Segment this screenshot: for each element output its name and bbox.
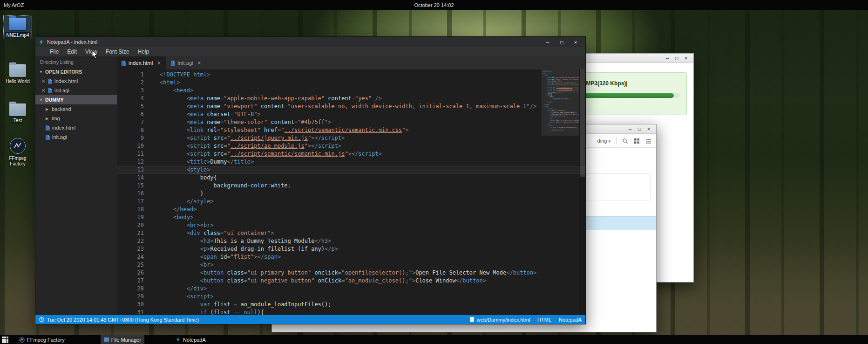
code-lines: 1<!DOCTYPE html>2<html>3 <head>4 <meta n… [117, 71, 585, 315]
chevron-down-icon: ▼ [39, 98, 43, 102]
close-icon[interactable]: ✕ [156, 60, 161, 66]
code-line-2[interactable]: 2<html> [117, 79, 585, 87]
taskbar-item-ffmpeg-factory[interactable]: FFmpeg Factory [16, 335, 68, 344]
code-line-13[interactable]: 13 <style> [117, 166, 585, 174]
tree-file-init-agi[interactable]: init.agi [35, 132, 117, 142]
app-launcher-icon[interactable] [2, 337, 8, 343]
desktop-icon-hello-world[interactable]: Hello World [4, 64, 32, 84]
code-line-5[interactable]: 5 <meta name="viewport" content="user-sc… [117, 103, 585, 110]
section-dummy-folder[interactable]: ▼ DUMMY [35, 95, 117, 104]
list-view-icon[interactable] [645, 138, 651, 144]
code-line-7[interactable]: 7 <meta name="theme-color" content="#4b7… [117, 118, 585, 126]
code-text: var flist = ao_module_loadInputFiles(); [144, 301, 332, 309]
code-line-4[interactable]: 4 <meta name="apple-mobile-web-app-capab… [117, 95, 585, 103]
menu-font-size[interactable]: Font Size [102, 47, 134, 56]
status-language[interactable]: HTML [537, 317, 551, 323]
minimap-slider[interactable] [542, 69, 579, 136]
code-line-26[interactable]: 26 <button class="ui primary button" onc… [117, 269, 585, 277]
aroz-brand-menu[interactable]: My ArOZ [4, 2, 24, 8]
minimize-button[interactable]: – [663, 54, 672, 62]
code-line-19[interactable]: 19 <body> [117, 213, 585, 221]
line-number: 28 [117, 285, 144, 293]
line-number: 3 [117, 87, 144, 95]
code-line-6[interactable]: 6 <meta charset="UTF-8"> [117, 110, 585, 118]
tree-folder-img[interactable]: ▶ img [35, 114, 117, 123]
code-line-31[interactable]: 31 if (flist == null){ [117, 309, 585, 315]
code-line-29[interactable]: 29 <script> [117, 293, 585, 301]
tab-index-html[interactable]: index.html ✕ [117, 56, 166, 69]
code-text: <script src="../script/semantic/semantic… [144, 150, 382, 158]
menu-help[interactable]: Help [134, 47, 154, 56]
sort-label: ding [597, 138, 607, 144]
code-line-30[interactable]: 30 var flist = ao_module_loadInputFiles(… [117, 301, 585, 309]
open-editor-init-agi[interactable]: ✕ init.agi [35, 86, 117, 95]
code-text: <button class="ui negative button" onCli… [144, 277, 486, 285]
line-number: 17 [117, 198, 144, 206]
window-notepada[interactable]: NotepadA - index.html – ▢ ✕ File Edit Vi… [35, 36, 586, 324]
code-line-23[interactable]: 23 <p>Received drag-in filelist (if any)… [117, 245, 585, 253]
line-number: 11 [117, 150, 144, 158]
menu-edit[interactable]: Edit [63, 47, 81, 56]
line-number: 5 [117, 103, 144, 110]
code-line-18[interactable]: 18 </head> [117, 206, 585, 213]
code-line-8[interactable]: 8 <link rel="stylesheet" href="../script… [117, 126, 585, 134]
maximize-button[interactable]: ▢ [672, 54, 681, 62]
code-line-25[interactable]: 25 <br> [117, 261, 585, 269]
menu-view[interactable]: View [81, 47, 102, 56]
taskbar-item-file-manager[interactable]: File Manager [101, 335, 144, 344]
code-line-9[interactable]: 9 <script src="../script/jquery.min.js">… [117, 134, 585, 142]
minimize-button[interactable]: – [625, 125, 635, 133]
close-icon[interactable]: ✕ [197, 60, 201, 66]
maximize-button[interactable]: ▢ [555, 39, 569, 45]
file-icon [48, 88, 52, 93]
desktop-icon-nne1-mp4[interactable]: NNE1.mp4 [4, 16, 32, 39]
line-number: 15 [117, 182, 144, 190]
code-line-24[interactable]: 24 <span id="flist"></span> [117, 253, 585, 261]
code-line-14[interactable]: 14 body{ [117, 174, 585, 182]
code-line-12[interactable]: 12 <title>Dummy</title> [117, 158, 585, 166]
tree-file-index-html[interactable]: index.html [35, 123, 117, 132]
code-line-28[interactable]: 28 </div> [117, 285, 585, 293]
tab-bar: index.html ✕ init.agi ✕ [117, 56, 585, 69]
grid-view-icon[interactable] [634, 138, 640, 144]
scrollbar-thumb[interactable] [580, 69, 585, 177]
menu-file[interactable]: File [46, 47, 63, 56]
search-icon[interactable] [622, 138, 628, 144]
maximize-button[interactable]: ▢ [635, 125, 644, 133]
editor-scrollbar[interactable] [579, 69, 585, 315]
code-line-10[interactable]: 10 <script src="../script/ao_module.js">… [117, 142, 585, 150]
code-line-21[interactable]: 21 <div class="ui container"> [117, 229, 585, 237]
code-line-15[interactable]: 15 background-color:white; [117, 182, 585, 190]
section-label: OPEN EDITORS [45, 69, 82, 75]
minimize-button[interactable]: – [541, 39, 555, 45]
close-icon[interactable]: ✕ [644, 125, 653, 133]
code-line-20[interactable]: 20 <br><br> [117, 221, 585, 229]
code-text: <div class="ui container"> [144, 229, 274, 237]
code-line-16[interactable]: 16 } [117, 190, 585, 198]
code-editor[interactable]: 1<!DOCTYPE html>2<html>3 <head>4 <meta n… [117, 69, 585, 315]
line-number: 19 [117, 213, 144, 221]
code-line-17[interactable]: 17 </style> [117, 198, 585, 206]
section-open-editors[interactable]: ▼ OPEN EDITORS [35, 67, 117, 76]
file-name: index.html [54, 78, 78, 84]
tab-init-agi[interactable]: init.agi ✕ [166, 56, 206, 69]
notepada-titlebar[interactable]: NotepadA - index.html – ▢ ✕ [35, 37, 585, 47]
close-icon[interactable]: ✕ [681, 54, 691, 62]
tree-folder-backend[interactable]: ▶ backend [35, 104, 117, 114]
sort-dropdown[interactable]: ding ▾ [597, 138, 610, 144]
open-editor-index-html[interactable]: ✕ index.html [35, 76, 117, 86]
desktop-icon-ffmpeg-factory[interactable]: FFmpeg Factory [4, 138, 32, 167]
code-line-11[interactable]: 11 <script src="../script/semantic/seman… [117, 150, 585, 158]
code-text: <button class="ui primary button" onclic… [144, 269, 536, 277]
taskbar-item-notepada[interactable]: NotepadA [172, 335, 209, 344]
code-line-22[interactable]: 22 <h3>This is a Dummy Testing Module</h… [117, 237, 585, 245]
close-icon[interactable]: ✕ [41, 88, 46, 94]
close-icon[interactable]: ✕ [569, 39, 583, 45]
close-icon[interactable]: ✕ [41, 78, 46, 84]
desktop-icon-test[interactable]: Test [4, 103, 32, 124]
chevron-down-icon: ▼ [39, 70, 43, 74]
window-title: NotepadA - index.html [47, 39, 97, 45]
code-line-3[interactable]: 3 <head> [117, 87, 585, 95]
code-line-1[interactable]: 1<!DOCTYPE html> [117, 71, 585, 79]
code-line-27[interactable]: 27 <button class="ui negative button" on… [117, 277, 585, 285]
